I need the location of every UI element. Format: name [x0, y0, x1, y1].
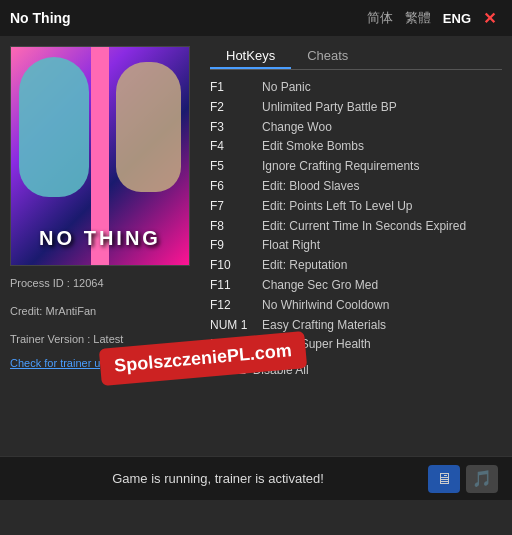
hotkey-row: F9Float Right — [210, 236, 502, 256]
hotkey-key: F10 — [210, 256, 258, 276]
music-icon[interactable]: 🎵 — [466, 465, 498, 493]
hotkey-desc: Ignore Crafting Requirements — [262, 157, 419, 177]
hotkey-row: NUM 2Infinite Super Health — [210, 335, 502, 355]
left-panel: NO THING Process ID : 12064 Credit: MrAn… — [0, 36, 200, 456]
hotkey-key: NUM 2 — [210, 335, 258, 355]
hotkey-row: F2Unlimited Party Battle BP — [210, 98, 502, 118]
status-text: Game is running, trainer is activated! — [14, 471, 422, 486]
game-image: NO THING — [10, 46, 190, 266]
hotkey-key: F12 — [210, 296, 258, 316]
version-info: Trainer Version : Latest — [10, 330, 190, 350]
hotkey-desc: Unlimited Party Battle BP — [262, 98, 397, 118]
home-row: HOME Disable All — [210, 363, 502, 377]
process-info: Process ID : 12064 — [10, 274, 190, 294]
face-right — [116, 62, 181, 192]
hotkey-row: F3Change Woo — [210, 118, 502, 138]
hotkey-key: F9 — [210, 236, 258, 256]
hotkey-key: NUM 1 — [210, 316, 258, 336]
app-title: No Thing — [10, 10, 361, 26]
hotkey-key: F2 — [210, 98, 258, 118]
tab-cheats[interactable]: Cheats — [291, 44, 364, 69]
hotkey-key: F6 — [210, 177, 258, 197]
hotkey-key: F8 — [210, 217, 258, 237]
update-link[interactable]: Check for trainer update — [10, 357, 190, 369]
home-desc: Disable All — [253, 363, 309, 377]
version-label: Trainer Version : Latest — [10, 333, 123, 345]
game-title-overlay: NO THING — [11, 227, 189, 250]
hotkey-key: F3 — [210, 118, 258, 138]
hotkeys-list: F1No PanicF2Unlimited Party Battle BPF3C… — [210, 78, 502, 355]
hotkey-key: F1 — [210, 78, 258, 98]
hotkey-desc: Change Woo — [262, 118, 332, 138]
right-panel: HotKeys Cheats F1No PanicF2Unlimited Par… — [200, 36, 512, 456]
hotkey-row: F12No Whirlwind Cooldown — [210, 296, 502, 316]
hotkey-row: F5Ignore Crafting Requirements — [210, 157, 502, 177]
process-label: Process ID : — [10, 277, 70, 289]
hotkey-row: F4Edit Smoke Bombs — [210, 137, 502, 157]
home-key: HOME — [210, 363, 253, 377]
hotkey-row: NUM 1Easy Crafting Materials — [210, 316, 502, 336]
hotkey-desc: Edit: Current Time In Seconds Expired — [262, 217, 466, 237]
hotkey-desc: Infinite Super Health — [262, 335, 371, 355]
title-bar: No Thing 简体 繁體 ENG ✕ — [0, 0, 512, 36]
credit-info: Credit: MrAntiFan — [10, 302, 190, 322]
credit-label: Credit: — [10, 305, 42, 317]
process-value: 12064 — [73, 277, 104, 289]
bottom-bar: Game is running, trainer is activated! 🖥… — [0, 456, 512, 500]
hotkey-row: F8Edit: Current Time In Seconds Expired — [210, 217, 502, 237]
hotkey-desc: Edit Smoke Bombs — [262, 137, 364, 157]
hotkey-desc: Easy Crafting Materials — [262, 316, 386, 336]
hotkey-row: F6Edit: Blood Slaves — [210, 177, 502, 197]
hotkey-desc: No Panic — [262, 78, 311, 98]
hotkey-key: F4 — [210, 137, 258, 157]
monitor-icon[interactable]: 🖥 — [428, 465, 460, 493]
hotkey-row: F10Edit: Reputation — [210, 256, 502, 276]
hotkey-desc: Edit: Points Left To Level Up — [262, 197, 413, 217]
face-left — [19, 57, 89, 197]
hotkey-desc: Edit: Blood Slaves — [262, 177, 359, 197]
main-content: NO THING Process ID : 12064 Credit: MrAn… — [0, 36, 512, 456]
hotkey-row: F1No Panic — [210, 78, 502, 98]
lang-traditional[interactable]: 繁體 — [399, 7, 437, 29]
hotkey-key: F11 — [210, 276, 258, 296]
close-button[interactable]: ✕ — [477, 7, 502, 30]
tabs-bar: HotKeys Cheats — [210, 44, 502, 70]
lang-simplified[interactable]: 简体 — [361, 7, 399, 29]
hotkey-key: F5 — [210, 157, 258, 177]
hotkey-desc: Float Right — [262, 236, 320, 256]
tab-hotkeys[interactable]: HotKeys — [210, 44, 291, 69]
hotkey-row: F11Change Sec Gro Med — [210, 276, 502, 296]
lang-english[interactable]: ENG — [437, 9, 477, 28]
hotkey-desc: No Whirlwind Cooldown — [262, 296, 389, 316]
hotkey-desc: Edit: Reputation — [262, 256, 347, 276]
credit-value: MrAntiFan — [45, 305, 96, 317]
hotkey-desc: Change Sec Gro Med — [262, 276, 378, 296]
hotkey-row: F7Edit: Points Left To Level Up — [210, 197, 502, 217]
hotkey-key: F7 — [210, 197, 258, 217]
